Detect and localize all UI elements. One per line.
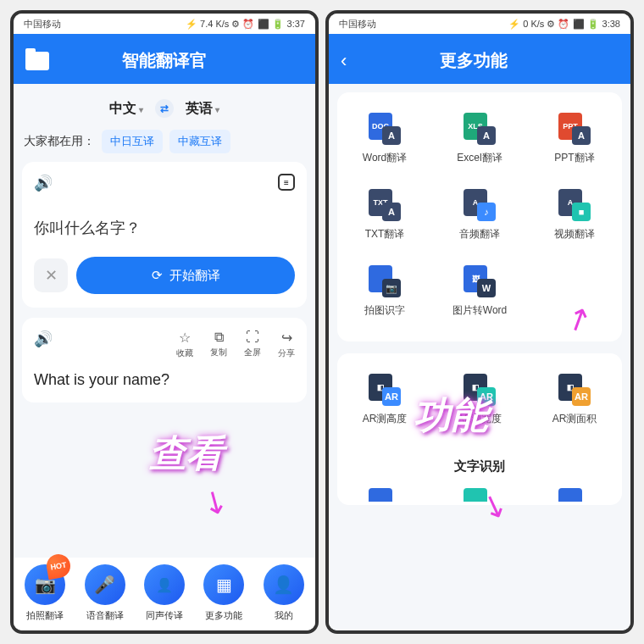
speaker-icon[interactable]: 🔊: [34, 175, 53, 192]
translate-button[interactable]: ⟳ 开始翻译: [76, 257, 295, 294]
file-icon: DOC A: [369, 113, 401, 145]
file-icon: ◧ AR: [464, 374, 496, 406]
speaker-icon[interactable]: 🔊: [34, 330, 53, 348]
status-bar: 中国移动 ⚡ 7.4 K/s ⚙ ⏰ ⬛ 🔋3:37: [14, 14, 315, 34]
bottom-nav: 📷 HOT 拍照翻译 🎤 语音翻译 👤 同声传译 ▦ 更多功能 👤 我的: [14, 558, 315, 630]
file-icon: ◧ AR: [558, 374, 591, 406]
tile-label: 图片转Word: [452, 303, 507, 318]
clock-label: 3:38: [602, 19, 620, 29]
page-title: 更多功能: [347, 49, 600, 72]
page-title: 智能翻译官: [49, 49, 280, 72]
app-header: ‹ 更多功能: [329, 34, 630, 84]
nav-simultaneous[interactable]: 👤 同声传译: [140, 564, 189, 622]
file-icon: ◧ AR: [369, 374, 401, 406]
feature-tile[interactable]: 📷 拍图识字: [337, 253, 432, 330]
status-bar: 中国移动 ⚡ 0 K/s ⚙ ⏰ ⬛ 🔋3:38: [329, 14, 630, 34]
carrier-label: 中国移动: [339, 18, 376, 31]
chip-cn-jp[interactable]: 中日互译: [102, 130, 163, 153]
popular-row: 大家都在用： 中日互译 中藏互译: [22, 128, 307, 162]
lang-from[interactable]: 中文▾: [109, 100, 143, 118]
settings-icon[interactable]: ≡: [278, 174, 295, 191]
file-icon: TXT A: [369, 189, 401, 221]
feature-tile[interactable]: TXT A TXT翻译: [337, 177, 432, 253]
main-content: 中文▾ ⇄ 英语▾ 大家都在用： 中日互译 中藏互译 🔊 ≡ 你叫什么名字？ ✕…: [14, 84, 315, 558]
nav-photo-translate[interactable]: 📷 HOT 拍照翻译: [20, 564, 69, 622]
tile-label: AR测高度: [363, 412, 408, 426]
tile-label: Word翻译: [363, 151, 407, 165]
file-icon: XLS A: [464, 113, 496, 145]
main-content: DOC A Word翻译 XLS A Excel翻译 PPT A PPT翻译 T…: [329, 84, 630, 630]
screen-translator-home: 中国移动 ⚡ 7.4 K/s ⚙ ⏰ ⬛ 🔋3:37 智能翻译官 中文▾ ⇄ 英…: [10, 10, 319, 634]
feature-tile[interactable]: PPT A PPT翻译: [527, 101, 622, 177]
tile-partial[interactable]: [527, 476, 622, 502]
feature-grid-translate: DOC A Word翻译 XLS A Excel翻译 PPT A PPT翻译 T…: [337, 92, 622, 341]
tile-label: AR测面积: [552, 412, 597, 426]
carrier-label: 中国移动: [24, 18, 61, 31]
star-icon: ☆: [179, 330, 191, 346]
result-actions: ☆收藏 ⧉复制 ⛶全屏 ↪分享: [176, 330, 295, 359]
tile-label: 音频翻译: [459, 227, 500, 242]
person-speak-icon: 👤: [156, 577, 173, 593]
popular-label: 大家都在用：: [24, 134, 95, 149]
tile-label: 拍图识字: [364, 303, 405, 318]
feature-tile[interactable]: ◧ AR AR测高度: [337, 362, 432, 438]
clear-button[interactable]: ✕: [34, 258, 68, 292]
share-button[interactable]: ↪分享: [278, 330, 295, 359]
feature-tile[interactable]: XLS A Excel翻译: [432, 101, 527, 177]
nav-profile[interactable]: 👤 我的: [259, 564, 308, 622]
favorite-button[interactable]: ☆收藏: [176, 330, 193, 359]
folder-icon[interactable]: [25, 52, 49, 70]
screen-more-features: 中国移动 ⚡ 0 K/s ⚙ ⏰ ⬛ 🔋3:38 ‹ 更多功能 DOC A Wo…: [325, 10, 634, 634]
tile-label: Excel翻译: [457, 151, 502, 165]
nav-more-features[interactable]: ▦ 更多功能: [199, 564, 248, 622]
tile-label: PPT翻译: [554, 151, 594, 165]
nav-voice-translate[interactable]: 🎤 语音翻译: [80, 564, 130, 622]
fullscreen-icon: ⛶: [246, 330, 259, 345]
file-icon: 🖼 W: [464, 265, 496, 297]
feature-tile[interactable]: 🖼 W 图片转Word: [432, 253, 527, 330]
copy-button[interactable]: ⧉复制: [210, 330, 227, 359]
tile-label: AR测宽度: [458, 412, 502, 426]
input-card: 🔊 ≡ 你叫什么名字？ ✕ ⟳ 开始翻译: [22, 162, 307, 308]
refresh-icon: ⟳: [152, 268, 163, 283]
lang-to[interactable]: 英语▾: [186, 100, 219, 118]
feature-tile[interactable]: ◧ AR AR测面积: [527, 362, 622, 438]
chip-cn-tibetan[interactable]: 中藏互译: [169, 130, 230, 153]
file-icon: PPT A: [558, 113, 591, 145]
source-text[interactable]: 你叫什么名字？: [34, 218, 295, 238]
language-selector: 中文▾ ⇄ 英语▾: [22, 92, 307, 128]
app-header: 智能翻译官: [14, 34, 315, 84]
clock-label: 3:37: [287, 19, 305, 29]
file-icon: A ■: [558, 189, 591, 221]
fullscreen-button[interactable]: ⛶全屏: [244, 330, 261, 359]
section-title-ocr: 文字识别: [337, 455, 622, 476]
tile-label: 视频翻译: [554, 227, 595, 242]
mic-icon: 🎤: [94, 575, 115, 595]
share-icon: ↪: [281, 330, 292, 346]
file-icon: 📷: [369, 265, 401, 297]
swap-languages-icon[interactable]: ⇄: [155, 99, 174, 118]
file-icon: A ♪: [464, 189, 496, 221]
feature-grid-ar: ◧ AR AR测高度 ◧ AR AR测宽度 ◧ AR AR测面积 文字识别: [337, 353, 622, 505]
feature-tile[interactable]: A ♪ 音频翻译: [432, 177, 527, 253]
back-icon[interactable]: ‹: [341, 50, 347, 72]
grid-icon: ▦: [216, 575, 232, 595]
feature-tile[interactable]: ◧ AR AR测宽度: [432, 362, 527, 438]
tile-partial[interactable]: [432, 476, 527, 502]
copy-icon: ⧉: [214, 330, 224, 345]
feature-tile[interactable]: A ■ 视频翻译: [527, 177, 622, 253]
tile-label: TXT翻译: [365, 227, 405, 242]
person-icon: 👤: [273, 575, 294, 595]
tile-partial[interactable]: [337, 476, 432, 502]
result-card: 🔊 ☆收藏 ⧉复制 ⛶全屏 ↪分享 What is your name?: [22, 318, 307, 402]
feature-tile[interactable]: DOC A Word翻译: [337, 101, 432, 177]
result-text: What is your name?: [34, 371, 295, 389]
